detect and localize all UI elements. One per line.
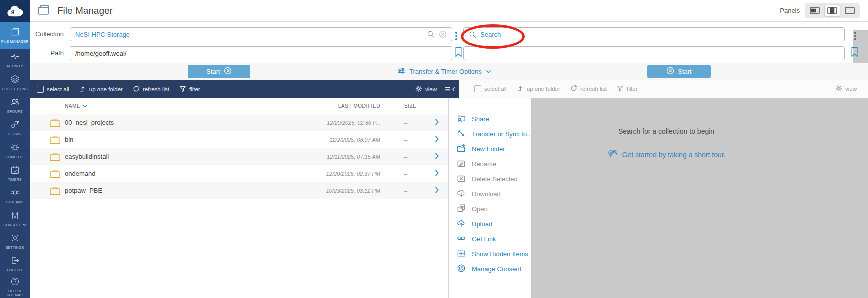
menu-item-rename[interactable]: Rename — [449, 156, 532, 171]
column-last-modified[interactable]: LAST MODIFIED — [338, 103, 388, 109]
sidebar-item-compute[interactable]: COMPUTE — [0, 139, 30, 162]
sidebar-item-groups[interactable]: GROUPS — [0, 94, 30, 117]
refresh-list-button[interactable]: refresh list — [133, 85, 170, 93]
dual-panel-button[interactable] — [825, 5, 840, 16]
detail-panel-button[interactable] — [842, 5, 858, 16]
refresh-list-button[interactable]: refresh list — [570, 85, 607, 93]
tour-link[interactable]: Get started by taking a short tour. — [532, 148, 802, 161]
menu-item-open[interactable]: Open — [449, 201, 532, 216]
options-sliders-icon — [398, 67, 406, 76]
view-button[interactable]: view — [416, 85, 437, 93]
people-icon — [10, 97, 20, 108]
sidebar-item-streams[interactable]: STREAMS — [0, 185, 30, 207]
flows-icon — [10, 120, 20, 130]
sidebar-item-label: GROUPS — [7, 110, 23, 114]
chevron-down-icon — [486, 68, 492, 75]
sidebar-item-label: ACTIVITY — [6, 64, 23, 68]
column-size[interactable]: SIZE — [388, 103, 426, 109]
right-path-value[interactable] — [469, 50, 840, 57]
left-collection-input[interactable] — [70, 27, 452, 41]
panels-label: Panels — [780, 7, 800, 14]
sidebar-item-flows[interactable]: FLOWS — [0, 117, 30, 139]
eye-icon — [457, 249, 466, 259]
right-path-input[interactable] — [464, 46, 845, 60]
sidebar-item-settings[interactable]: SETTINGS — [0, 230, 30, 253]
menu-item-share[interactable]: Share — [449, 111, 532, 126]
row-chevron-icon[interactable] — [436, 186, 440, 195]
left-bookmark-icon[interactable] — [455, 47, 462, 59]
row-chevron-icon[interactable] — [436, 135, 440, 144]
table-row[interactable]: potpaw_PBE 10/23/2025, 03:12 PM – — [30, 182, 448, 199]
left-list-toolbar: select all up one folder refresh list fi… — [30, 80, 460, 98]
filter-button[interactable]: filter — [180, 85, 200, 93]
right-empty-panel: Search for a collection to begin Get sta… — [532, 98, 868, 298]
single-panel-button[interactable] — [808, 5, 822, 16]
table-row[interactable]: bin 12/2/2025, 08:07 AM – — [30, 131, 448, 148]
up-one-folder-button[interactable]: up one folder — [80, 85, 123, 93]
left-start-button[interactable]: Start — [188, 65, 250, 78]
svg-text:g: g — [11, 7, 15, 14]
right-bookmark-icon[interactable] — [851, 47, 858, 59]
table-row[interactable]: 00_nesi_projects 12/20/2025, 02:36 P... … — [30, 114, 448, 131]
clear-collection-icon[interactable] — [439, 30, 447, 38]
transfer-timer-options[interactable]: Transfer & Timer Options — [398, 63, 492, 80]
left-path-value[interactable] — [76, 50, 447, 57]
left-collection-value[interactable] — [76, 31, 423, 38]
right-collection-search-input[interactable]: Search — [464, 27, 845, 41]
start-label: Start — [678, 68, 692, 75]
table-row[interactable]: ondemand 12/20/2025, 02:37 PM – — [30, 165, 448, 182]
filter-button[interactable]: filter — [617, 85, 638, 93]
up-arrow-icon — [517, 85, 524, 93]
menu-item-delete-selected[interactable]: Delete Selected — [449, 171, 532, 186]
sidebar-item-label: LOGOUT — [8, 268, 23, 272]
sidebar-item-help-sitemap[interactable]: HELP & SITEMAP — [0, 276, 30, 298]
calendar-check-icon — [10, 165, 20, 176]
refresh-icon — [570, 85, 578, 93]
sidebar-item-timers[interactable]: TIMERS — [0, 162, 30, 185]
menu-item-manage-consent[interactable]: Manage Consent — [449, 261, 532, 276]
menu-item-show-hidden-items[interactable]: Show Hidden Items — [449, 246, 532, 261]
file-list-header: NAME LAST MODIFIED SIZE — [30, 98, 448, 114]
view-button[interactable]: view — [836, 85, 857, 93]
row-chevron-icon[interactable] — [436, 169, 440, 178]
sidebar-item-logout[interactable]: LOGOUT — [0, 253, 30, 275]
left-path-input[interactable] — [70, 46, 452, 60]
gear-icon — [416, 85, 422, 93]
play-circle-icon — [224, 67, 232, 76]
folder-icon — [10, 27, 20, 37]
sort-chevron-icon — [83, 103, 88, 109]
menu-item-download[interactable]: Download — [449, 186, 532, 201]
tour-pins-icon — [608, 148, 618, 161]
up-one-folder-button[interactable]: up one folder — [517, 85, 560, 93]
sidebar-item-file-manager[interactable]: FILE MANAGER — [0, 22, 30, 49]
collapse-panel-button[interactable] — [444, 86, 456, 92]
select-all-checkbox[interactable]: select all — [37, 86, 70, 93]
page-title: File Manager — [58, 5, 113, 16]
right-list-toolbar: select all up one folder refresh list fi… — [460, 80, 868, 98]
globus-logo[interactable]: g — [0, 0, 30, 22]
menu-item-transfer-or-sync[interactable]: Transfer or Sync to... — [449, 126, 532, 141]
sidebar-item-collections[interactable]: COLLECTIONS — [0, 71, 30, 94]
menu-item-get-link[interactable]: Get Link — [449, 231, 532, 246]
left-collection-menu-dots[interactable] — [454, 30, 459, 42]
sidebar-item-console[interactable]: CONSOLE — [0, 208, 30, 230]
row-chevron-icon[interactable] — [436, 152, 440, 161]
transfer-arrows-icon — [457, 129, 466, 139]
link-icon — [457, 234, 466, 244]
transfer-timer-options-label: Transfer & Timer Options — [410, 68, 482, 75]
column-name[interactable]: NAME — [65, 103, 324, 109]
sidebar-item-label: CONSOLE — [4, 223, 22, 227]
panel-layout-group — [805, 3, 860, 18]
path-label: Path — [30, 49, 64, 57]
right-start-button[interactable]: Start — [648, 65, 711, 78]
folder-icon — [50, 169, 61, 178]
menu-item-new-folder[interactable]: New Folder — [449, 141, 532, 156]
row-chevron-icon[interactable] — [436, 118, 440, 127]
search-icon[interactable] — [427, 30, 435, 38]
table-row[interactable]: easybuildinstall 12/11/2025, 07:15 AM – — [30, 148, 448, 165]
menu-item-upload[interactable]: Upload — [449, 216, 532, 231]
sidebar-item-activity[interactable]: ACTIVITY — [0, 49, 30, 71]
select-all-checkbox[interactable]: select all — [474, 85, 507, 92]
question-circle-icon — [10, 277, 20, 287]
funnel-icon — [617, 85, 624, 93]
